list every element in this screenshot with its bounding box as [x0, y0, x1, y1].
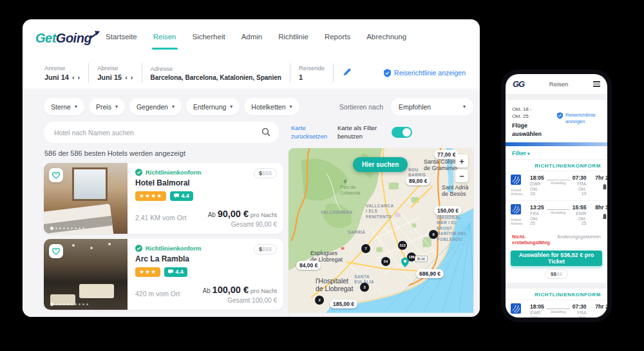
flight-row[interactable]: United Airlines 18:05 EWR Okt. 18 Direkt…: [506, 171, 607, 200]
fare-conditions: Nicht-erstattungsfähig Änderungsgebühren: [506, 230, 607, 248]
filter-pill[interactable]: Preis: [89, 98, 125, 115]
chevron-right-icon[interactable]: [131, 74, 133, 81]
airline-name: United Airlines: [511, 317, 527, 318]
checkin-field[interactable]: Anreise Juni 14: [44, 64, 80, 81]
menu-icon[interactable]: [593, 80, 600, 88]
map-price-marker[interactable]: 185,00 €: [330, 299, 357, 308]
zoom-out-button[interactable]: −: [455, 169, 468, 182]
arrival-airport: FRA: [573, 310, 587, 315]
checkout-field[interactable]: Abreise Juni 15: [97, 64, 133, 81]
zoom-in-button[interactable]: +: [455, 155, 468, 167]
map[interactable]: Santa Coloma de GramenetNOU BARRISSant A…: [289, 148, 473, 318]
map-price-marker[interactable]: 686,90 €: [416, 269, 444, 278]
policy-badge: Richtlinienkonform: [146, 245, 202, 252]
map-price-marker[interactable]: 84,00 €: [296, 261, 321, 270]
address-field[interactable]: Adresse Barcelona, Barcelona, Katalonien…: [151, 65, 281, 81]
flight-duration: 7hr 25min: [589, 303, 608, 310]
nav-item-sicherheit[interactable]: Sicherheit: [193, 26, 225, 50]
checkout-label: Abreise: [97, 64, 133, 71]
results-area: SternePreisGegendenEntfernungHotelketten…: [23, 90, 480, 317]
filter-pill[interactable]: Gegenden: [129, 98, 182, 115]
map-cluster-marker[interactable]: 2: [315, 296, 324, 305]
nav-item-abrechnung[interactable]: Abrechnung: [366, 26, 406, 50]
departure-cell: 18:05 EWR Okt. 18: [530, 175, 544, 196]
arrival-cell: 15:55 EWR Okt. 25: [573, 204, 587, 225]
price-level-badge: $$$$: [254, 168, 277, 178]
baggage-icons: [589, 213, 608, 220]
checkin-value: Juni 14: [44, 73, 69, 81]
main-nav: Startseite Reisen Sicherheit Admin Richt…: [106, 26, 406, 50]
filter-pill[interactable]: Entfernung: [186, 98, 240, 115]
airline-name: United Airlines: [511, 218, 527, 226]
hotel-total: Gesamt 100,00 €: [203, 297, 277, 304]
map-price-marker[interactable]: 89,00 €: [406, 176, 430, 185]
backpack-icon: [602, 213, 607, 220]
filter-pill-label: Hotelketten: [251, 103, 285, 111]
filter-pills: SternePreisGegendenEntfernungHotelketten: [44, 98, 299, 115]
filter-pill-label: Sterne: [51, 103, 71, 111]
search-here-button[interactable]: Hier suchen: [353, 157, 408, 172]
hotel-search-input[interactable]: [44, 122, 279, 143]
policy-link-label: Reiserichtlinie anzeigen: [394, 69, 466, 77]
arrival-date: Okt. 19: [573, 316, 587, 318]
policy-link[interactable]: Reiserichtlinie anzeigen: [384, 69, 466, 77]
departure-cell: 18:05 EWR Okt. 18: [530, 303, 544, 318]
sort-value: Empfohlen: [399, 103, 431, 111]
duration-cell: 7hr 25min: [589, 303, 608, 318]
chevron-left-icon[interactable]: [72, 74, 75, 81]
filter-pill-label: Entfernung: [193, 103, 226, 111]
carousel-dots[interactable]: [50, 227, 84, 230]
airline-name: United Airlines: [511, 188, 527, 196]
getgoing-logo[interactable]: GetGoing: [35, 31, 91, 46]
phone-header: GG Reisen: [506, 74, 607, 95]
chevron-right-icon[interactable]: [78, 74, 80, 81]
map-cluster-marker[interactable]: 7: [361, 244, 370, 253]
nav-item-reports[interactable]: Reports: [325, 26, 350, 50]
nav-item-reisen[interactable]: Reisen: [153, 26, 176, 50]
flight-row[interactable]: United Airlines 13:25 FRA Okt. 25 Direkt…: [506, 200, 607, 230]
checkout-value: Juni 15: [97, 73, 122, 81]
nav-item-admin[interactable]: Admin: [242, 26, 263, 50]
map-cluster-marker[interactable]: 313: [398, 241, 407, 250]
united-airlines-logo: [511, 303, 521, 314]
hotel-price: Ab 90,00 € pro Nacht Gesamt 90,00 €: [208, 208, 277, 228]
map-place-label: l'Hospitalet de Llobregat: [316, 277, 353, 292]
sort-select[interactable]: Empfohlen: [391, 98, 473, 115]
map-reset-link[interactable]: Karte zurücksetzen: [291, 124, 332, 141]
nav-item-richtlinie[interactable]: Richtlinie: [278, 26, 308, 50]
gg-logo[interactable]: GG: [513, 79, 524, 89]
map-cluster-marker[interactable]: 54: [381, 257, 390, 266]
search-icon: [261, 128, 270, 137]
favorite-button[interactable]: [49, 168, 63, 182]
favorite-button[interactable]: [49, 244, 63, 258]
travelers-field[interactable]: Reisende 1: [299, 64, 325, 81]
phone-filter-button[interactable]: Filter: [506, 146, 607, 159]
policy-section-heading: RICHTLINIENKONFORM: [506, 159, 607, 171]
departure-airport: EWR: [530, 182, 544, 186]
phone-mockup: GG Reisen Okt. 18 - Okt. 25 Flüge auswäh…: [501, 70, 612, 322]
filter-pill[interactable]: Hotelketten: [244, 98, 299, 115]
hotel-card[interactable]: Richtlinienkonform $$$$ Arc La Rambla ★★…: [44, 239, 283, 310]
map-cluster-marker[interactable]: 3: [360, 283, 369, 292]
map-price-marker[interactable]: 150,00 €: [434, 206, 462, 215]
map-as-filter-label: Karte als Filter benutzen: [337, 124, 386, 141]
map-filter-toggle[interactable]: [392, 127, 412, 138]
carousel-dots[interactable]: [50, 303, 88, 306]
location-pin-icon[interactable]: [401, 258, 409, 267]
price-level-badge: $$$$: [254, 244, 277, 254]
shield-icon: [557, 112, 563, 119]
checkin-label: Anreise: [44, 64, 80, 71]
edit-trip-button[interactable]: [343, 67, 352, 79]
map-cluster-marker[interactable]: 8: [429, 230, 438, 239]
arrival-cell: 07:30 FRA Okt. 19: [573, 175, 587, 196]
departure-airport: FRA: [530, 211, 544, 216]
select-fare-button[interactable]: Auswählen für 536,52 € pro Ticket: [511, 251, 602, 266]
nav-item-startseite[interactable]: Startseite: [106, 26, 137, 50]
chevron-left-icon[interactable]: [125, 74, 128, 81]
divider: [88, 63, 89, 82]
flight-row[interactable]: United Airlines 18:05 EWR Okt. 18 Direkt…: [506, 299, 607, 318]
phone-policy-link[interactable]: Reiserichtlinie anzeigen: [557, 106, 601, 138]
filter-pill[interactable]: Sterne: [44, 98, 84, 115]
phone-page-title: Reisen: [524, 81, 593, 88]
hotel-card[interactable]: Richtlinienkonform $$$$ Hotel Balmoral ★…: [44, 163, 283, 234]
